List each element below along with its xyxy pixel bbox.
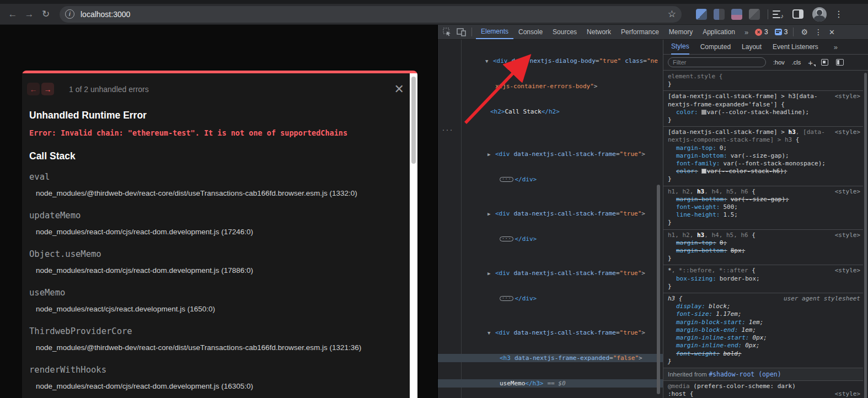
stylesheet-origin-link[interactable]: <style> xyxy=(835,128,860,136)
css-declaration[interactable]: margin-bottom:var(--size-gap); xyxy=(668,152,859,160)
tree-row-close-tag[interactable]: ···</div> xyxy=(438,294,663,303)
tree-row-collapsed-frame[interactable]: ▶<divdata-nextjs-call-stack-frame="true"… xyxy=(438,209,663,218)
css-declaration[interactable]: font-family:var(--font-stack-monospace); xyxy=(668,160,859,168)
extension-icon-2[interactable] xyxy=(714,9,725,20)
css-declaration[interactable]: font-weight:500; xyxy=(668,203,859,211)
console-errors-badge[interactable]: ✕ 3 xyxy=(755,28,768,36)
tree-row-h2[interactable]: <h2>Call Stack</h2> xyxy=(438,107,663,116)
gear-icon[interactable]: ⚙ xyxy=(801,28,808,36)
css-rule-host-media-dark[interactable]: <style> @media (prefers-color-scheme: da… xyxy=(663,381,863,398)
device-toolbar-icon[interactable] xyxy=(457,28,466,36)
collapse-arrow-icon[interactable]: ▼ xyxy=(485,57,493,66)
reload-icon[interactable]: ↻ xyxy=(37,8,54,20)
css-rule-call-stack-frame-h3-expanded[interactable]: <style> [data-nextjs-call-stack-frame] >… xyxy=(663,91,863,127)
tab-elements[interactable]: Elements xyxy=(476,25,513,39)
css-rule-headings-2[interactable]: <style> h1, h2, h3, h4, h5, h6 { margin-… xyxy=(663,230,863,266)
address-bar[interactable]: i localhost:3000 ☆ xyxy=(60,6,682,23)
css-declaration-overridden[interactable]: color:var(--color-stack-h6); xyxy=(668,168,859,175)
sidebar-more-icon[interactable]: » xyxy=(829,43,842,51)
tree-row-dialog-body-open[interactable]: ▼<divdata-nextjs-dialog-body="true"class… xyxy=(438,57,663,65)
expand-ellipsis-icon[interactable]: ··· xyxy=(500,296,513,301)
css-rule-headings-1[interactable]: <style> h1, h2, h3, h4, h5, h6 { margin-… xyxy=(663,186,863,230)
css-declaration-overridden[interactable]: font-weight:bold; xyxy=(668,350,859,358)
tab-network[interactable]: Network xyxy=(582,25,616,39)
inspect-element-icon[interactable] xyxy=(443,28,452,36)
browser-menu-icon[interactable]: ⋮ xyxy=(834,9,843,19)
css-declaration-overridden[interactable]: margin-top:0; xyxy=(668,239,859,247)
tab-computed[interactable]: Computed xyxy=(700,43,731,51)
previous-error-button[interactable]: ← xyxy=(27,83,40,95)
side-panel-icon[interactable] xyxy=(792,9,803,19)
computed-sidebar-toggle-icon[interactable] xyxy=(836,59,844,66)
back-icon[interactable]: ← xyxy=(4,9,21,20)
tree-row-selected-h3-open[interactable]: <h3data-nextjs-frame-expanded="false"> xyxy=(438,354,663,362)
tab-styles[interactable]: Styles xyxy=(671,40,689,55)
more-tabs-icon[interactable]: » xyxy=(740,28,753,36)
devtools-close-icon[interactable]: ✕ xyxy=(829,28,835,36)
extension-icon-3[interactable] xyxy=(731,9,742,20)
styles-scrollbar-thumb[interactable] xyxy=(864,73,867,398)
close-icon[interactable]: ✕ xyxy=(394,84,404,95)
filter-input[interactable] xyxy=(668,57,766,67)
tab-sources[interactable]: Sources xyxy=(548,25,582,39)
expand-arrow-icon[interactable]: ▶ xyxy=(487,150,495,159)
bookmark-star-icon[interactable]: ☆ xyxy=(668,8,676,20)
tree-row-dialog-body-wrap[interactable]: xtjs-container-errors-body"> xyxy=(438,82,663,90)
tab-performance[interactable]: Performance xyxy=(616,25,664,39)
profile-avatar[interactable] xyxy=(812,7,827,21)
tree-row-collapsed-frame[interactable]: ▶<divdata-nextjs-call-stack-frame="true"… xyxy=(438,150,663,158)
elements-scrollbar-thumb[interactable] xyxy=(657,185,660,394)
css-declaration-overridden[interactable]: margin-bottom:8px; xyxy=(668,247,859,255)
url-text[interactable]: localhost:3000 xyxy=(81,10,130,19)
css-declaration[interactable]: margin-block-end:1em; xyxy=(668,326,859,334)
toggle-hover-state[interactable]: :hov xyxy=(773,59,785,66)
tree-row-close-tag[interactable]: ···</div> xyxy=(438,175,663,184)
stylesheet-origin-link[interactable]: <style> xyxy=(835,93,860,100)
color-swatch[interactable] xyxy=(701,169,706,174)
css-rule-h3-user-agent[interactable]: user agent stylesheet h3 { display:block… xyxy=(663,293,863,368)
tree-row-collapsed-frame[interactable]: ▶<divdata-nextjs-call-stack-frame="true"… xyxy=(438,269,663,277)
tab-memory[interactable]: Memory xyxy=(664,25,698,39)
css-declaration[interactable]: margin-inline-end:0px; xyxy=(668,342,859,349)
tab-application[interactable]: Application xyxy=(698,25,740,39)
tree-row-selected-h3-text[interactable]: useMemo</h3>== $0 xyxy=(438,379,663,388)
tab-console[interactable]: Console xyxy=(513,25,548,39)
tab-layout[interactable]: Layout xyxy=(742,43,762,51)
collapse-arrow-icon[interactable]: ▼ xyxy=(487,329,495,337)
issues-badge[interactable]: 3 xyxy=(770,28,788,36)
next-error-button[interactable]: → xyxy=(41,83,54,95)
stylesheet-origin-link[interactable]: <style> xyxy=(835,188,860,196)
extension-icon-1[interactable] xyxy=(696,9,707,20)
css-rule-call-stack-frame-h3[interactable]: <style> [data-nextjs-call-stack-frame] >… xyxy=(663,127,863,186)
media-controls-icon[interactable]: ♪ xyxy=(773,10,784,19)
expand-arrow-icon[interactable]: ▶ xyxy=(487,270,495,278)
stylesheet-origin-link[interactable]: <style> xyxy=(835,390,860,398)
devtools-menu-icon[interactable]: ⋮ xyxy=(815,28,822,36)
new-style-rule-icon[interactable]: + xyxy=(808,58,813,67)
toggle-element-classes[interactable]: .cls xyxy=(792,59,801,66)
expand-arrow-icon[interactable]: ▶ xyxy=(487,210,495,218)
dialog-scrollbar-thumb[interactable] xyxy=(411,77,416,164)
css-declaration[interactable]: display:block; xyxy=(668,303,859,310)
css-declaration[interactable]: margin-inline-start:0px; xyxy=(668,334,859,342)
css-declaration[interactable]: margin-top:0; xyxy=(668,144,859,152)
rendering-emulation-icon[interactable] xyxy=(821,59,828,66)
element-style-block[interactable]: element.style { } xyxy=(663,71,863,91)
expand-ellipsis-icon[interactable]: ··· xyxy=(500,177,513,182)
stylesheet-origin-link[interactable]: <style> xyxy=(835,267,860,275)
dialog-scrollbar[interactable] xyxy=(410,73,417,398)
tab-event-listeners[interactable]: Event Listeners xyxy=(773,43,818,51)
forward-icon[interactable]: → xyxy=(21,9,37,20)
css-declaration[interactable]: line-height:1.5; xyxy=(668,211,859,219)
tree-row-close-tag[interactable]: ···</div> xyxy=(438,235,663,243)
css-declaration[interactable]: color:var(--color-stack-headline); xyxy=(668,109,859,116)
tree-row-expanded-frame-open[interactable]: ▼<divdata-nextjs-call-stack-frame="true"… xyxy=(438,329,663,337)
extension-icon-4[interactable] xyxy=(749,9,760,20)
shadow-root-link[interactable]: #shadow-root (open) xyxy=(709,370,781,378)
color-swatch[interactable] xyxy=(701,110,706,115)
expand-ellipsis-icon[interactable]: ··· xyxy=(500,236,513,241)
css-declaration[interactable]: font-size:1.17em; xyxy=(668,310,859,318)
css-rule-universal[interactable]: <style> *, *::before, *::after { box-siz… xyxy=(663,265,863,293)
css-declaration[interactable]: box-sizing:border-box; xyxy=(668,275,859,283)
css-declaration-overridden[interactable]: margin-bottom:var(--size-gap); xyxy=(668,196,859,203)
